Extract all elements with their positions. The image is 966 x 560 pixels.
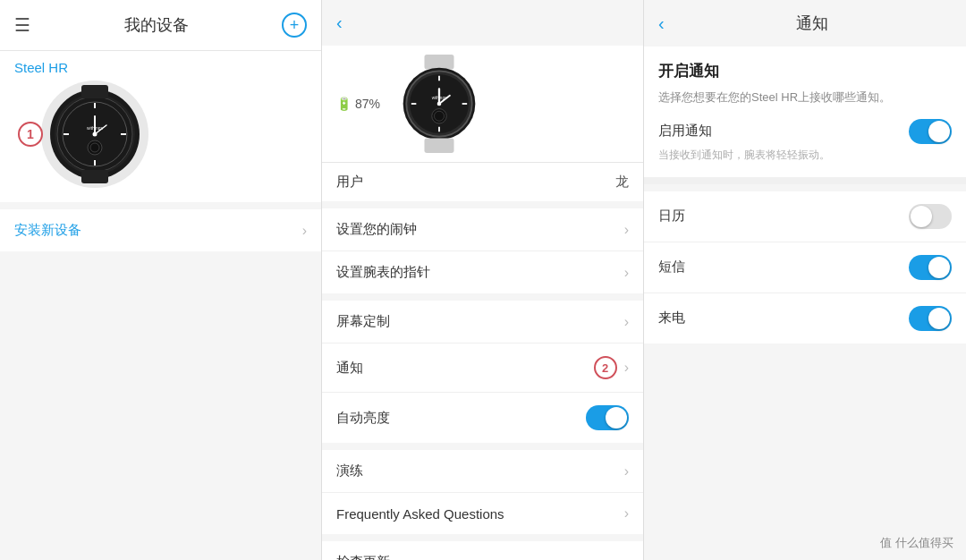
settings-watch-image: withings: [394, 55, 484, 153]
panel-notifications-wrapper: ‹ 通知 开启通知 选择您想要在您的Steel HR上接收哪些通知。 启用通知 …: [644, 0, 966, 560]
watermark: 值 什么值得买: [880, 535, 953, 551]
notif-call-label: 来电: [658, 310, 685, 327]
notifications-label: 通知: [336, 360, 363, 377]
device-section: Steel HR 1: [0, 51, 321, 202]
install-new-label: 安装新设备: [14, 222, 81, 239]
user-label: 用户: [336, 174, 363, 191]
user-value: 龙: [615, 174, 629, 191]
notification-badge: 2: [594, 356, 617, 379]
settings-group-4: 检查更新 › 序列号 00:24:e4:99:23:81: [322, 541, 643, 560]
notif-call-toggle[interactable]: [909, 306, 952, 331]
screen-custom-chevron-icon: ›: [624, 314, 629, 330]
notif-enable-section: 开启通知 选择您想要在您的Steel HR上接收哪些通知。 启用通知 当接收到通…: [644, 47, 966, 177]
screen-custom-label: 屏幕定制: [336, 313, 390, 330]
device-image-row: 1: [14, 81, 307, 188]
faq-chevron-icon: ›: [624, 505, 629, 522]
screen-custom-item[interactable]: 屏幕定制 ›: [322, 301, 643, 344]
svg-point-10: [88, 140, 102, 155]
faq-item[interactable]: Frequently Asked Questions ›: [322, 493, 643, 534]
settings-header: ‹: [322, 0, 643, 46]
notif-sms-toggle[interactable]: [909, 255, 952, 280]
notifications-header: ‹ 通知: [644, 0, 966, 47]
auto-brightness-item[interactable]: 自动亮度: [322, 393, 643, 443]
notifications-chevron-icon: ›: [624, 360, 629, 376]
svg-text:withings: withings: [87, 125, 104, 131]
svg-point-24: [432, 109, 447, 124]
notif-back-icon[interactable]: ‹: [658, 13, 665, 34]
devices-header: ☰ 我的设备 +: [0, 0, 321, 51]
battery-icon: 🔋: [336, 97, 352, 111]
check-update-chevron-icon: ›: [624, 555, 629, 561]
svg-point-14: [93, 132, 97, 137]
user-row: 用户 龙: [322, 162, 643, 201]
battery-row: 🔋 87%: [336, 97, 380, 111]
check-update-label: 检查更新: [336, 554, 390, 560]
notif-title: 通知: [674, 13, 952, 34]
settings-group-1: 设置您的闹钟 › 设置腕表的指针 ›: [322, 208, 643, 293]
notif-sms-label: 短信: [658, 259, 685, 276]
notif-enable-toggle[interactable]: [909, 119, 952, 144]
svg-rect-4: [81, 170, 108, 183]
hands-label: 设置腕表的指针: [336, 264, 430, 281]
notif-sms-row: 短信: [644, 242, 966, 293]
alarm-label: 设置您的闹钟: [336, 221, 417, 238]
svg-rect-16: [425, 55, 454, 70]
settings-back-icon[interactable]: ‹: [336, 13, 343, 33]
notif-section-divider: [644, 177, 966, 184]
settings-group-2: 屏幕定制 › 通知 2 › 自动亮度: [322, 301, 643, 443]
exercise-label: 演练: [336, 462, 363, 479]
add-device-button[interactable]: +: [282, 13, 307, 38]
watch-preview-section: 🔋 87% withings: [322, 46, 643, 162]
exercise-chevron-icon: ›: [624, 463, 629, 479]
svg-rect-3: [81, 85, 108, 98]
panel-device-settings: ‹ 🔋 87% withing: [322, 0, 644, 560]
notif-calendar-toggle[interactable]: [909, 204, 952, 229]
install-new-device-row[interactable]: 安装新设备 ›: [0, 209, 321, 251]
panel-my-devices: ☰ 我的设备 + Steel HR 1: [0, 0, 322, 560]
notif-desc: 选择您想要在您的Steel HR上接收哪些通知。: [658, 89, 952, 106]
battery-label: 🔋 87%: [336, 97, 380, 111]
device-badge: 1: [18, 122, 43, 147]
alarm-chevron-icon: ›: [624, 222, 629, 238]
notif-apps-section: 日历 短信 来电: [644, 191, 966, 344]
svg-point-28: [437, 102, 442, 106]
notif-enable-row: 启用通知: [658, 119, 952, 144]
hands-chevron-icon: ›: [624, 265, 629, 281]
notif-sub-desc: 当接收到通知时，腕表将轻轻振动。: [658, 148, 952, 163]
notif-call-row: 来电: [644, 293, 966, 344]
device-name: Steel HR: [14, 60, 307, 75]
faq-label: Frequently Asked Questions: [336, 506, 504, 522]
hands-settings-item[interactable]: 设置腕表的指针 ›: [322, 251, 643, 293]
devices-title: 我的设备: [124, 14, 189, 36]
svg-text:withings: withings: [432, 96, 447, 100]
notifications-item[interactable]: 通知 2 ›: [322, 344, 643, 393]
device-watch-image: withings: [41, 81, 148, 188]
notif-calendar-row: 日历: [644, 191, 966, 242]
auto-brightness-label: 自动亮度: [336, 410, 390, 427]
svg-rect-30: [425, 139, 454, 154]
alarm-settings-item[interactable]: 设置您的闹钟 ›: [322, 208, 643, 251]
check-update-item[interactable]: 检查更新 ›: [322, 541, 643, 560]
install-new-chevron-icon: ›: [302, 223, 307, 239]
auto-brightness-toggle[interactable]: [586, 405, 629, 430]
exercise-item[interactable]: 演练 ›: [322, 450, 643, 493]
menu-icon[interactable]: ☰: [14, 14, 30, 36]
panel-notifications: ‹ 通知 开启通知 选择您想要在您的Steel HR上接收哪些通知。 启用通知 …: [644, 0, 966, 560]
notif-calendar-label: 日历: [658, 208, 685, 225]
battery-value: 87%: [355, 97, 380, 111]
notif-enable-label: 启用通知: [658, 123, 712, 140]
settings-group-3: 演练 › Frequently Asked Questions ›: [322, 450, 643, 534]
notif-section-title: 开启通知: [658, 61, 952, 81]
